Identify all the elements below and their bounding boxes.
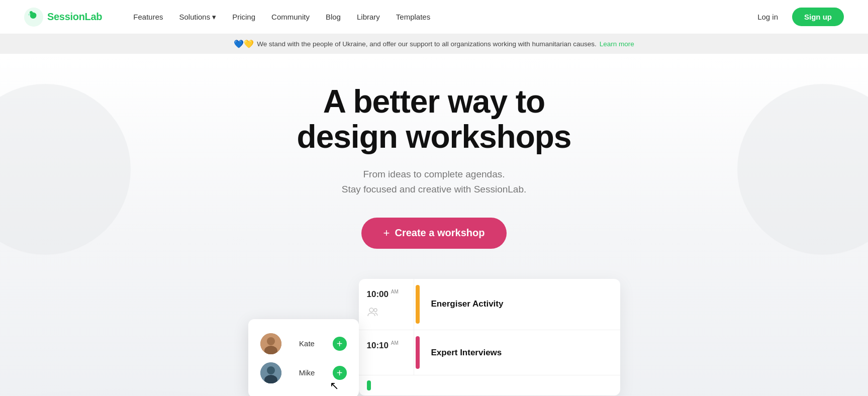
nav-links: Features Solutions ▾ Pricing Community B… <box>126 9 751 26</box>
banner-learn-more-link[interactable]: Learn more <box>600 40 634 48</box>
nav-features[interactable]: Features <box>126 9 170 25</box>
nav-pricing[interactable]: Pricing <box>225 9 262 25</box>
logo[interactable]: SessionLab <box>24 8 102 27</box>
bar-yellow-area <box>414 279 421 330</box>
add-kate-button[interactable]: + <box>333 337 347 351</box>
schedule-time-2: 10:10 AM <box>359 330 414 375</box>
login-button[interactable]: Log in <box>751 9 784 25</box>
ukraine-heart-icon: 💙💛 <box>234 39 254 49</box>
svg-point-4 <box>267 337 275 345</box>
svg-point-1 <box>30 11 33 14</box>
cursor-icon: ↖ <box>330 379 339 392</box>
nav-solutions[interactable]: Solutions ▾ <box>172 9 223 26</box>
avatar-mike <box>260 362 281 383</box>
nav-library[interactable]: Library <box>350 9 387 25</box>
logo-text: SessionLab <box>47 11 102 23</box>
banner-text: We stand with the people of Ukraine, and… <box>257 40 597 48</box>
nav-blog[interactable]: Blog <box>319 9 348 25</box>
collab-kate: Kate + <box>260 329 347 358</box>
schedule-row-2: 10:10 AM Expert Interviews <box>359 330 620 375</box>
svg-point-7 <box>267 366 275 374</box>
collab-kate-name: Kate <box>287 339 327 348</box>
activity-bar-red <box>416 336 420 369</box>
chevron-down-icon: ▾ <box>212 13 216 22</box>
nav-templates[interactable]: Templates <box>389 9 437 25</box>
bar-red-area <box>414 330 421 375</box>
time-label-2: 10:10 AM <box>367 340 399 351</box>
svg-point-2 <box>28 14 30 16</box>
svg-point-10 <box>374 309 377 312</box>
time-label-1: 10:00 AM <box>367 289 399 300</box>
people-icon-1 <box>367 307 379 320</box>
schedule-row-1: 10:00 AM <box>359 279 620 331</box>
create-workshop-button[interactable]: + Create a workshop <box>361 218 507 249</box>
activity-expert-title: Expert Interviews <box>431 348 502 358</box>
workshop-preview: Kate + Mike + ↖ <box>243 279 625 396</box>
schedule-panel: 10:00 AM <box>359 279 620 396</box>
signup-button[interactable]: Sign up <box>792 8 844 26</box>
activity-bar-yellow <box>416 285 420 324</box>
schedule-time-1: 10:00 AM <box>359 279 414 330</box>
collab-mike-name: Mike <box>287 368 327 377</box>
plus-icon: + <box>383 227 390 240</box>
schedule-bottom <box>359 375 620 395</box>
collaborator-popup: Kate + Mike + ↖ <box>248 319 359 396</box>
avatar-kate <box>260 333 281 354</box>
hero-subtitle: From ideas to complete agendas. Stay foc… <box>12 167 856 197</box>
nav-actions: Log in Sign up <box>751 8 844 26</box>
green-bar-hint <box>367 380 371 390</box>
hero-section: A better way to design workshops From id… <box>0 54 868 396</box>
activity-energiser-title: Energiser Activity <box>431 299 504 309</box>
nav-community[interactable]: Community <box>264 9 317 25</box>
add-mike-button[interactable]: + <box>333 366 347 380</box>
svg-point-9 <box>369 308 373 312</box>
navigation: SessionLab Features Solutions ▾ Pricing … <box>0 0 868 34</box>
activity-expert: Expert Interviews <box>421 330 620 375</box>
ukraine-banner: 💙💛 We stand with the people of Ukraine, … <box>0 34 868 54</box>
hero-heading: A better way to design workshops <box>12 84 856 155</box>
activity-energiser: Energiser Activity <box>421 279 620 330</box>
